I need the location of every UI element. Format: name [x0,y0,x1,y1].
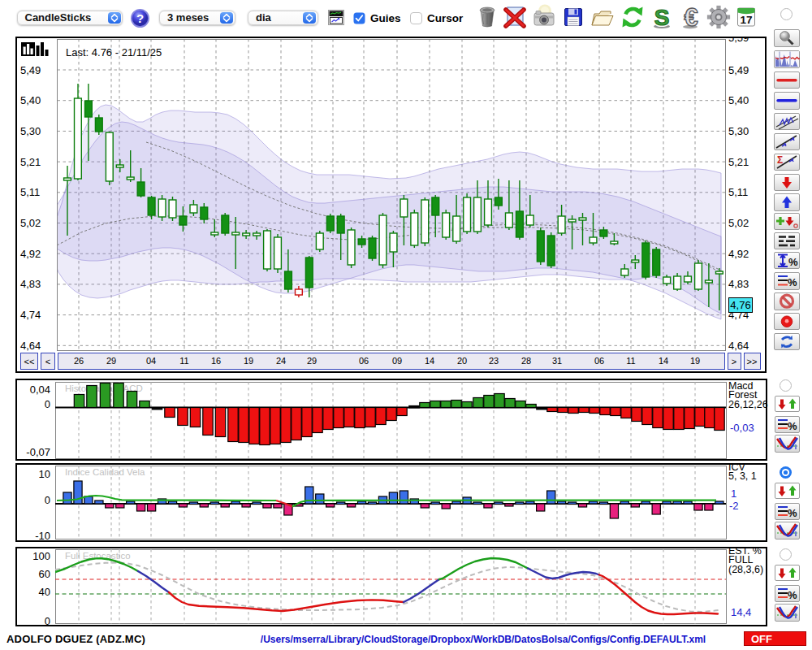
svg-text:%: % [788,507,797,519]
svg-text:Σ: Σ [777,154,783,166]
svg-text:%: % [788,256,798,268]
svg-text:%: % [788,420,797,432]
svg-text:%: % [788,589,797,601]
svg-text:%: % [788,276,797,288]
